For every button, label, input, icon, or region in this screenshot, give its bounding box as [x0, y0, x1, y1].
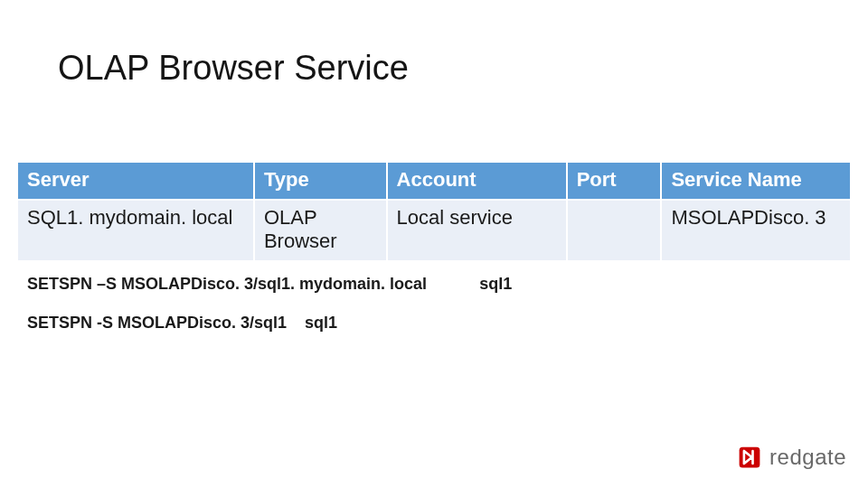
page-title: OLAP Browser Service	[58, 49, 409, 88]
cmd1-part-a: SETSPN –S MSOLAPDisco. 3/sql1. mydomain.…	[27, 275, 427, 293]
table-header-row: Server Type Account Port Service Name	[17, 162, 851, 200]
command-line-2: SETSPN -S MSOLAPDisco. 3/sql1 sql1	[27, 310, 512, 336]
command-block: SETSPN –S MSOLAPDisco. 3/sql1. mydomain.…	[27, 271, 512, 349]
brand-logo: redgate	[737, 445, 846, 470]
cell-service-name: MSOLAPDisco. 3	[661, 200, 851, 261]
table: Server Type Account Port Service Name SQ…	[16, 161, 852, 262]
cmd2-part-b: sql1	[305, 314, 337, 332]
cell-account: Local service	[387, 200, 567, 261]
brand-name: redgate	[769, 445, 846, 470]
th-type: Type	[254, 162, 387, 200]
cell-server: SQL1. mydomain. local	[17, 200, 254, 261]
cmd2-part-a: SETSPN -S MSOLAPDisco. 3/sql1	[27, 314, 287, 332]
th-server: Server	[17, 162, 254, 200]
cell-port	[567, 200, 662, 261]
table-row: SQL1. mydomain. local OLAP Browser Local…	[17, 200, 851, 261]
svg-rect-0	[740, 447, 760, 468]
redgate-icon	[737, 445, 762, 470]
cmd1-part-b: sql1	[479, 275, 512, 293]
command-line-1: SETSPN –S MSOLAPDisco. 3/sql1. mydomain.…	[27, 271, 512, 297]
th-service-name: Service Name	[661, 162, 851, 200]
cell-type: OLAP Browser	[254, 200, 387, 261]
slide: OLAP Browser Service Server Type Account…	[0, 0, 868, 488]
service-table: Server Type Account Port Service Name SQ…	[16, 161, 852, 262]
th-account: Account	[387, 162, 567, 200]
th-port: Port	[567, 162, 662, 200]
